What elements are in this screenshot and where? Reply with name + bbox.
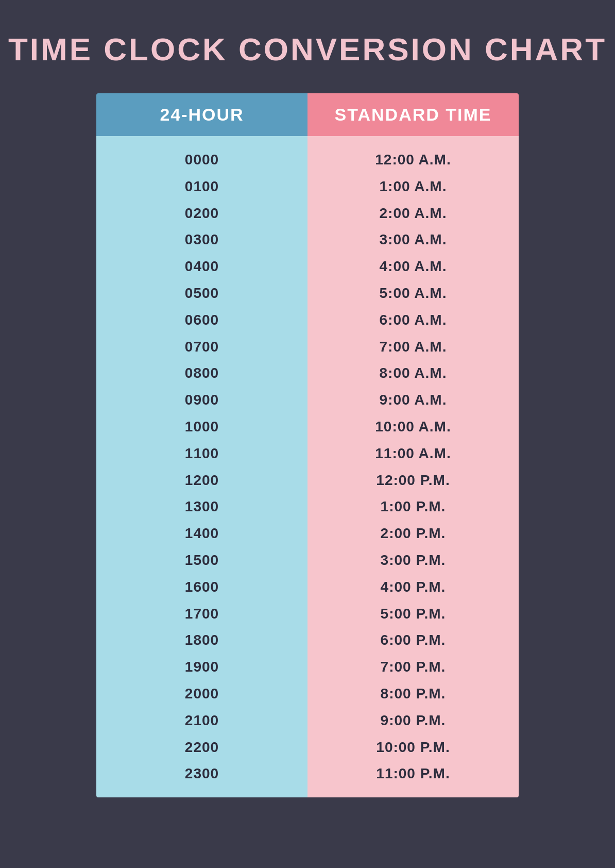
table-row: 7:00 P.M. (381, 654, 446, 680)
page-title: TIME CLOCK CONVERSION CHART (8, 31, 607, 68)
table-row: 1500 (185, 547, 219, 574)
standard-column-header: STANDARD TIME (308, 93, 519, 136)
table-row: 4:00 A.M. (380, 253, 447, 280)
standard-column-body: 12:00 A.M.1:00 A.M.2:00 A.M.3:00 A.M.4:0… (308, 136, 519, 797)
table-row: 2100 (185, 707, 219, 734)
table-row: 1800 (185, 627, 219, 654)
table-row: 7:00 A.M. (380, 333, 447, 360)
table-row: 1300 (185, 493, 219, 520)
table-row: 2:00 A.M. (380, 200, 447, 227)
table-row: 2300 (185, 760, 219, 787)
military-column-body: 0000010002000300040005000600070008000900… (96, 136, 308, 797)
table-row: 12:00 A.M. (375, 146, 451, 173)
table-row: 9:00 A.M. (380, 387, 447, 413)
table-row: 2000 (185, 680, 219, 707)
table-row: 0400 (185, 253, 219, 280)
table-row: 0000 (185, 146, 219, 173)
military-column: 24-HOUR 00000100020003000400050006000700… (96, 93, 308, 797)
table-row: 3:00 P.M. (381, 547, 446, 574)
table-row: 1000 (185, 413, 219, 440)
table-row: 8:00 P.M. (381, 680, 446, 707)
conversion-table: 24-HOUR 00000100020003000400050006000700… (96, 93, 519, 797)
table-row: 0200 (185, 200, 219, 227)
standard-column: STANDARD TIME 12:00 A.M.1:00 A.M.2:00 A.… (308, 93, 519, 797)
table-row: 0700 (185, 333, 219, 360)
table-row: 11:00 P.M. (376, 760, 450, 787)
table-row: 6:00 A.M. (380, 307, 447, 333)
table-row: 1:00 A.M. (380, 173, 447, 200)
table-row: 1900 (185, 654, 219, 680)
military-column-header: 24-HOUR (96, 93, 308, 136)
table-row: 1400 (185, 520, 219, 547)
table-row: 0300 (185, 226, 219, 253)
table-row: 0800 (185, 360, 219, 387)
table-row: 4:00 P.M. (381, 574, 446, 600)
table-row: 0500 (185, 280, 219, 307)
table-row: 1600 (185, 574, 219, 600)
table-row: 12:00 P.M. (376, 467, 450, 494)
table-row: 8:00 A.M. (380, 360, 447, 387)
table-row: 6:00 P.M. (381, 627, 446, 654)
table-row: 1700 (185, 600, 219, 627)
table-row: 0600 (185, 307, 219, 333)
table-row: 0100 (185, 173, 219, 200)
table-row: 0900 (185, 387, 219, 413)
table-row: 9:00 P.M. (381, 707, 446, 734)
table-row: 10:00 A.M. (375, 413, 451, 440)
table-row: 2:00 P.M. (381, 520, 446, 547)
table-row: 5:00 A.M. (380, 280, 447, 307)
table-row: 1200 (185, 467, 219, 494)
table-row: 1100 (185, 440, 219, 467)
table-row: 11:00 A.M. (375, 440, 451, 467)
table-row: 10:00 P.M. (376, 734, 450, 761)
table-row: 2200 (185, 734, 219, 761)
table-row: 5:00 P.M. (381, 600, 446, 627)
table-row: 3:00 A.M. (380, 226, 447, 253)
table-row: 1:00 P.M. (381, 493, 446, 520)
